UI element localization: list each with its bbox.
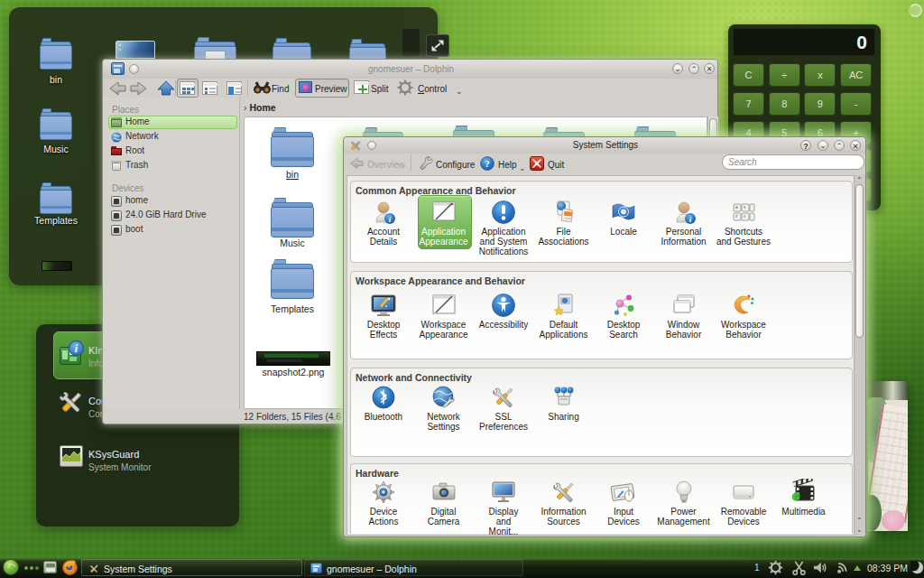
svg-text:?: ? xyxy=(485,158,490,169)
